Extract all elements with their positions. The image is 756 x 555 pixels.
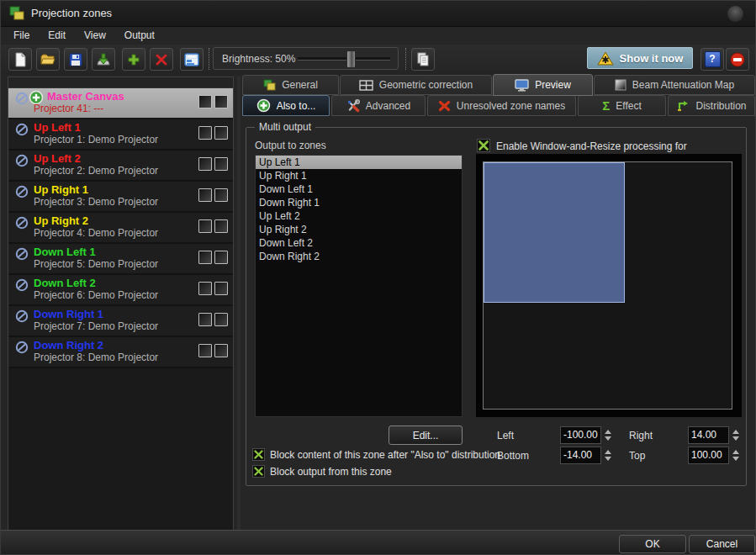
tab-also-to[interactable]: Also to...	[242, 95, 330, 116]
menu-view[interactable]: View	[75, 27, 115, 44]
zone-preview-box-2[interactable]	[214, 344, 228, 357]
disable-zone-icon[interactable]	[15, 216, 29, 230]
new-button[interactable]	[8, 48, 32, 71]
edit-button[interactable]: Edit...	[389, 426, 463, 445]
spin-up-icon[interactable]	[605, 450, 611, 454]
tab-distribution[interactable]: Distribution	[668, 95, 755, 116]
right-field[interactable]: 14.00	[688, 426, 742, 444]
tab-effect[interactable]: Σ Effect	[578, 95, 666, 116]
delete-button[interactable]	[150, 48, 173, 71]
bottom-field[interactable]: -14.00	[560, 447, 614, 464]
zone-preview-canvas[interactable]	[476, 154, 742, 417]
zone-list-item[interactable]: Down Left 1 Projector 5: Demo Projector	[8, 244, 233, 275]
top-field[interactable]: 100.00	[688, 447, 742, 464]
cancel-button[interactable]: Cancel	[689, 535, 755, 553]
menu-output[interactable]: Output	[115, 27, 164, 44]
spin-down-icon[interactable]	[732, 436, 739, 441]
disable-zone-icon[interactable]	[15, 123, 29, 136]
open-button[interactable]	[36, 48, 60, 71]
enable-window-resize-checkbox[interactable]	[477, 139, 490, 152]
blackout-button[interactable]	[726, 48, 749, 71]
zone-preview-box-2[interactable]	[214, 219, 228, 233]
spin-down-icon[interactable]	[605, 436, 611, 441]
zone-preview-box-2[interactable]	[214, 157, 228, 171]
block-content-checkbox[interactable]	[252, 448, 265, 461]
copy-button[interactable]	[411, 48, 435, 71]
block-output-checkbox[interactable]	[252, 465, 265, 478]
disable-zone-icon[interactable]	[15, 278, 29, 292]
lamp-icon[interactable]	[727, 6, 743, 22]
zone-preview-box-2[interactable]	[214, 188, 228, 202]
import-button[interactable]	[92, 48, 115, 71]
brightness-slider[interactable]	[298, 57, 390, 61]
zone-preview-rect[interactable]	[484, 162, 625, 303]
tab-geometric-correction[interactable]: Geometric correction	[340, 75, 492, 95]
disable-zone-icon[interactable]	[15, 154, 29, 167]
spin-down-icon[interactable]	[732, 457, 739, 461]
zone-preview-box-2[interactable]	[214, 282, 228, 295]
zone-preview-box-2[interactable]	[214, 313, 228, 326]
zone-preview-box-1[interactable]	[198, 251, 212, 264]
disable-zone-icon[interactable]	[15, 309, 29, 323]
disable-zone-icon[interactable]	[15, 185, 29, 198]
output-zone-item[interactable]: Down Left 2	[256, 236, 462, 250]
tab-general[interactable]: General	[242, 75, 339, 95]
disable-zone-icon[interactable]	[15, 92, 29, 105]
menu-edit[interactable]: Edit	[39, 27, 75, 44]
panel-splitter[interactable]	[237, 77, 241, 531]
zone-preview-box-1[interactable]	[198, 188, 212, 202]
left-value[interactable]: -100.00	[560, 426, 601, 444]
zone-list-item[interactable]: Master Canvas Projector 41: ---	[8, 88, 233, 119]
zone-preview-box-1[interactable]	[198, 157, 212, 171]
top-value[interactable]: 100.00	[688, 447, 729, 464]
output-zone-item[interactable]: Down Left 1	[256, 182, 462, 196]
spin-up-icon[interactable]	[605, 430, 611, 434]
zone-preview-box-1[interactable]	[198, 282, 212, 295]
zone-list-item[interactable]: Up Left 1 Projector 1: Demo Projector	[8, 119, 233, 151]
spin-down-icon[interactable]	[605, 457, 611, 461]
zone-list-item[interactable]: Up Left 2 Projector 2: Demo Projector	[8, 151, 233, 182]
zone-preview-box-1[interactable]	[198, 95, 212, 108]
zone-preview-box-2[interactable]	[214, 95, 228, 108]
tab-advanced[interactable]: Advanced	[331, 95, 426, 116]
zone-list-item[interactable]: Up Right 1 Projector 3: Demo Projector	[8, 182, 233, 213]
output-zone-item[interactable]: Down Right 2	[256, 250, 462, 263]
disable-zone-icon[interactable]	[15, 341, 29, 354]
show-it-now-button[interactable]: Show it now	[587, 47, 693, 69]
output-zones-list[interactable]: Up Left 1Up Right 1Down Left 1Down Right…	[255, 155, 463, 417]
disable-zone-icon[interactable]	[15, 247, 29, 261]
zones-settings-button[interactable]	[180, 48, 204, 71]
right-spinner[interactable]	[730, 426, 742, 444]
bottom-value[interactable]: -14.00	[560, 447, 601, 464]
output-zone-item[interactable]: Up Right 2	[256, 223, 462, 236]
zone-list-item[interactable]: Down Right 2 Projector 8: Demo Projector	[8, 337, 233, 368]
brightness-slider-handle[interactable]	[346, 50, 356, 68]
add-button[interactable]	[122, 48, 145, 71]
zone-list-item[interactable]: Down Left 2 Projector 6: Demo Projector	[8, 275, 233, 306]
tab-preview[interactable]: Preview	[493, 74, 593, 96]
zone-preview-box-1[interactable]	[198, 219, 212, 233]
spin-up-icon[interactable]	[732, 450, 739, 454]
zone-list-item[interactable]: Up Right 2 Projector 4: Demo Projector	[8, 213, 233, 244]
menu-file[interactable]: File	[4, 27, 39, 44]
bottom-spinner[interactable]	[602, 447, 614, 464]
zone-preview-box-2[interactable]	[214, 126, 228, 140]
output-zone-item[interactable]: Up Left 2	[256, 209, 462, 223]
spin-up-icon[interactable]	[732, 430, 739, 434]
tab-unresolved-zone-names[interactable]: Unresolved zone names	[427, 95, 576, 116]
zone-preview-box-1[interactable]	[198, 344, 212, 357]
zone-preview-box-1[interactable]	[198, 126, 212, 140]
top-spinner[interactable]	[730, 447, 742, 464]
save-button[interactable]	[64, 48, 87, 71]
tab-beam-attenuation-map[interactable]: Beam Attenuation Map	[594, 75, 755, 95]
zone-preview-box-1[interactable]	[198, 313, 212, 326]
left-field[interactable]: -100.00	[560, 426, 614, 444]
output-zone-item[interactable]: Up Left 1	[256, 156, 462, 169]
left-spinner[interactable]	[602, 426, 614, 444]
ok-button[interactable]: OK	[619, 535, 686, 553]
zone-list-item[interactable]: Down Right 1 Projector 7: Demo Projector	[8, 306, 233, 337]
zone-preview-box-2[interactable]	[214, 251, 228, 264]
help-button[interactable]: ?	[700, 48, 724, 71]
right-value[interactable]: 14.00	[688, 426, 729, 444]
output-zone-item[interactable]: Up Right 1	[256, 169, 462, 182]
